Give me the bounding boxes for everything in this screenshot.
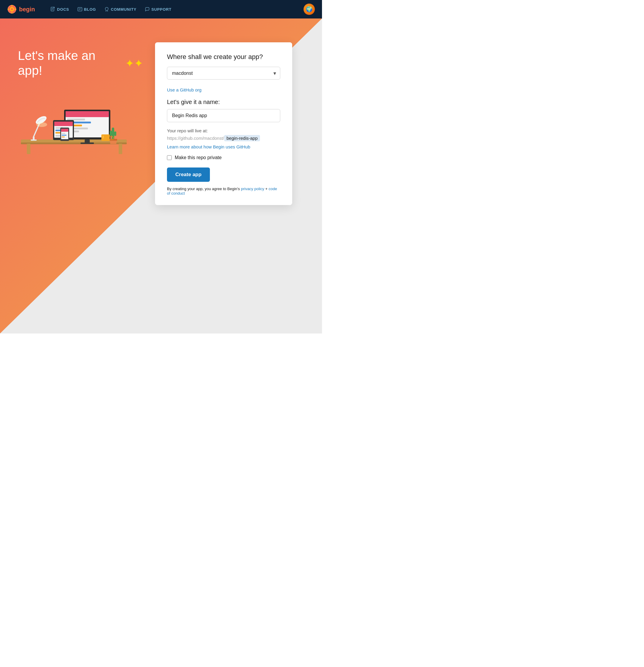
logo-link[interactable]: begin: [7, 4, 35, 14]
app-name-input[interactable]: [167, 109, 280, 122]
nav-links: DOCS BLOG COMMUNITY: [50, 7, 172, 12]
terms-separator: +: [264, 186, 269, 191]
svg-rect-49: [114, 131, 116, 136]
svg-rect-39: [62, 133, 65, 134]
logo-text: begin: [19, 6, 35, 13]
navbar-left: begin DOCS: [7, 4, 172, 14]
repo-url-slug: begin-redis-app: [224, 135, 260, 141]
svg-rect-43: [31, 140, 37, 141]
svg-rect-31: [54, 121, 73, 126]
nav-link-blog[interactable]: BLOG: [78, 7, 96, 12]
terms-prefix: By creating your app, you agree to Begin…: [167, 186, 241, 191]
desk-illustration: [18, 90, 131, 156]
svg-point-2: [11, 8, 13, 11]
svg-rect-17: [27, 144, 30, 154]
create-app-button[interactable]: Create app: [167, 167, 210, 182]
use-github-org-link[interactable]: Use a GitHub org: [167, 87, 202, 92]
card-title: Where shall we create your app?: [167, 53, 280, 61]
blog-icon: [78, 7, 82, 12]
learn-more-github-link[interactable]: Learn more about how Begin uses GitHub: [167, 144, 250, 149]
repo-url-section: Your repo will live at: https://github.c…: [167, 128, 280, 150]
nav-support-label: SUPPORT: [151, 7, 172, 12]
private-repo-checkbox[interactable]: [167, 155, 172, 160]
nav-link-support[interactable]: SUPPORT: [145, 7, 172, 12]
svg-rect-41: [62, 136, 65, 137]
terms-text: By creating your app, you agree to Begin…: [167, 186, 280, 196]
hero-section: Let's make an app! ✦✦: [0, 18, 322, 334]
privacy-row: Make this repo private: [167, 155, 280, 160]
svg-rect-48: [110, 131, 112, 136]
docs-icon: [50, 7, 55, 12]
svg-rect-52: [102, 135, 104, 139]
repo-url-prefix: https://github.com/macdonst/: [167, 135, 224, 141]
nav-docs-label: DOCS: [57, 7, 69, 12]
org-select[interactable]: macdonst: [167, 67, 280, 80]
navbar: begin DOCS: [0, 0, 322, 18]
hero-title: Let's make an app! ✦✦: [18, 48, 143, 78]
repo-url-label: Your repo will live at:: [167, 128, 280, 133]
hero-content: Let's make an app! ✦✦: [0, 18, 322, 223]
name-label: Let's give it a name:: [167, 99, 280, 105]
svg-rect-40: [62, 135, 66, 135]
support-icon: [145, 7, 150, 12]
user-avatar[interactable]: 🌍: [304, 4, 315, 15]
hero-left: Let's make an app! ✦✦: [18, 42, 143, 157]
nav-community-label: COMMUNITY: [111, 7, 136, 12]
privacy-policy-link[interactable]: privacy policy: [241, 186, 264, 191]
create-app-card: Where shall we create your app? macdonst…: [155, 42, 292, 205]
org-select-wrapper: macdonst ▾: [167, 67, 280, 80]
nav-link-docs[interactable]: DOCS: [50, 7, 69, 12]
nav-link-community[interactable]: COMMUNITY: [104, 7, 136, 12]
sparkle-icon: ✦✦: [125, 57, 143, 70]
begin-logo-icon: [7, 4, 17, 14]
svg-rect-28: [80, 143, 94, 144]
svg-rect-18: [119, 144, 122, 154]
svg-rect-21: [66, 111, 109, 117]
svg-rect-12: [78, 7, 82, 11]
svg-rect-38: [61, 129, 68, 132]
nav-blog-label: BLOG: [84, 7, 96, 12]
privacy-label[interactable]: Make this repo private: [175, 155, 222, 160]
hero-right: Where shall we create your app? macdonst…: [155, 42, 292, 205]
community-icon: [104, 7, 109, 12]
svg-point-46: [36, 122, 47, 127]
repo-url-line: https://github.com/macdonst/begin-redis-…: [167, 135, 280, 141]
